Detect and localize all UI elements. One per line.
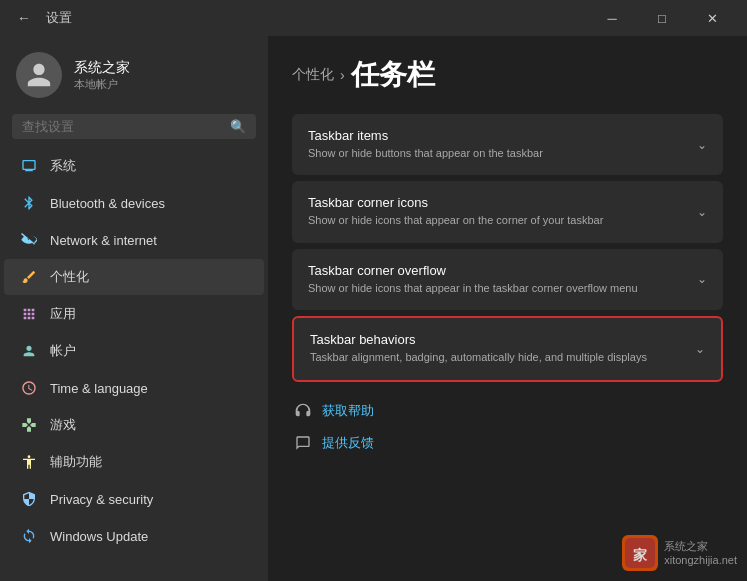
setting-card-title: Taskbar items (308, 128, 543, 143)
watermark-logo: 家 (622, 535, 658, 571)
watermark-text-block: 系统之家 xitongzhijia.net (664, 539, 737, 568)
feedback-icon (294, 434, 312, 452)
setting-card-text: Taskbar items Show or hide buttons that … (308, 128, 543, 161)
settings-list: Taskbar items Show or hide buttons that … (292, 114, 723, 382)
window-controls: ─ □ ✕ (589, 4, 735, 32)
sidebar-label-accessibility: 辅助功能 (50, 453, 102, 471)
chevron-down-icon: ⌄ (697, 205, 707, 219)
gamepad-icon (20, 416, 38, 434)
page-title: 任务栏 (351, 56, 435, 94)
clock-icon (20, 379, 38, 397)
network-icon (20, 231, 38, 249)
user-subtitle: 本地帐户 (74, 77, 130, 92)
sidebar: 系统之家 本地帐户 🔍 系统 Bluetooth & devices (0, 36, 268, 581)
watermark: 家 系统之家 xitongzhijia.net (622, 535, 737, 571)
sidebar-item-network[interactable]: Network & internet (4, 222, 264, 258)
setting-card-desc: Show or hide buttons that appear on the … (308, 146, 543, 161)
titlebar-left: ← 设置 (12, 6, 72, 30)
bluetooth-icon (20, 194, 38, 212)
sidebar-label-accounts: 帐户 (50, 342, 76, 360)
app-layout: 系统之家 本地帐户 🔍 系统 Bluetooth & devices (0, 36, 747, 581)
setting-card-desc: Taskbar alignment, badging, automaticall… (310, 350, 647, 365)
shield-icon (20, 490, 38, 508)
feedback-link[interactable]: 提供反馈 (292, 430, 723, 456)
sidebar-item-time[interactable]: Time & language (4, 370, 264, 406)
sidebar-item-personalize[interactable]: 个性化 (4, 259, 264, 295)
breadcrumb-parent[interactable]: 个性化 (292, 66, 334, 84)
sidebar-label-update: Windows Update (50, 529, 148, 544)
content-area: 个性化 › 任务栏 Taskbar items Show or hide but… (268, 36, 747, 581)
sidebar-label-system: 系统 (50, 157, 76, 175)
watermark-line2: xitongzhijia.net (664, 553, 737, 567)
sidebar-label-privacy: Privacy & security (50, 492, 153, 507)
accessibility-icon (20, 453, 38, 471)
close-button[interactable]: ✕ (689, 4, 735, 32)
breadcrumb-separator: › (340, 67, 345, 83)
feedback-link-label: 提供反馈 (322, 434, 374, 452)
setting-card-title: Taskbar corner overflow (308, 263, 638, 278)
app-title: 设置 (46, 9, 72, 27)
setting-card-desc: Show or hide icons that appear on the co… (308, 213, 603, 228)
sidebar-item-bluetooth[interactable]: Bluetooth & devices (4, 185, 264, 221)
sidebar-label-network: Network & internet (50, 233, 157, 248)
setting-card-text: Taskbar corner overflow Show or hide ico… (308, 263, 638, 296)
search-input[interactable] (22, 119, 222, 134)
sidebar-item-accounts[interactable]: 帐户 (4, 333, 264, 369)
svg-text:家: 家 (633, 547, 648, 563)
setting-card-title: Taskbar behaviors (310, 332, 647, 347)
chevron-down-icon: ⌄ (697, 138, 707, 152)
sidebar-item-gaming[interactable]: 游戏 (4, 407, 264, 443)
sidebar-label-bluetooth: Bluetooth & devices (50, 196, 165, 211)
sidebar-item-accessibility[interactable]: 辅助功能 (4, 444, 264, 480)
person-icon (20, 342, 38, 360)
bottom-links: 获取帮助 提供反馈 (292, 398, 723, 456)
monitor-icon (20, 157, 38, 175)
search-icon: 🔍 (230, 119, 246, 134)
user-icon (25, 61, 53, 89)
sidebar-item-apps[interactable]: 应用 (4, 296, 264, 332)
sidebar-item-privacy[interactable]: Privacy & security (4, 481, 264, 517)
sidebar-label-apps: 应用 (50, 305, 76, 323)
setting-card-title: Taskbar corner icons (308, 195, 603, 210)
paint-icon (20, 268, 38, 286)
setting-card-desc: Show or hide icons that appear in the ta… (308, 281, 638, 296)
apps-icon (20, 305, 38, 323)
watermark-line1: 系统之家 (664, 539, 737, 553)
minimize-button[interactable]: ─ (589, 4, 635, 32)
chevron-down-icon: ⌄ (697, 272, 707, 286)
logo-icon: 家 (625, 538, 655, 568)
breadcrumb: 个性化 › 任务栏 (292, 56, 723, 94)
setting-card-taskbar-corner-overflow[interactable]: Taskbar corner overflow Show or hide ico… (292, 249, 723, 310)
back-button[interactable]: ← (12, 6, 36, 30)
user-profile[interactable]: 系统之家 本地帐户 (0, 36, 268, 110)
nav-items: 系统 Bluetooth & devices Network & interne… (0, 147, 268, 581)
titlebar: ← 设置 ─ □ ✕ (0, 0, 747, 36)
setting-card-taskbar-items[interactable]: Taskbar items Show or hide buttons that … (292, 114, 723, 175)
update-icon (20, 527, 38, 545)
help-link[interactable]: 获取帮助 (292, 398, 723, 424)
chevron-down-icon: ⌄ (695, 342, 705, 356)
headset-icon (294, 402, 312, 420)
sidebar-label-time: Time & language (50, 381, 148, 396)
setting-card-taskbar-corner-icons[interactable]: Taskbar corner icons Show or hide icons … (292, 181, 723, 242)
setting-card-taskbar-behaviors[interactable]: Taskbar behaviors Taskbar alignment, bad… (292, 316, 723, 381)
sidebar-label-personalize: 个性化 (50, 268, 89, 286)
sidebar-item-system[interactable]: 系统 (4, 148, 264, 184)
setting-card-text: Taskbar behaviors Taskbar alignment, bad… (310, 332, 647, 365)
user-info: 系统之家 本地帐户 (74, 59, 130, 92)
search-box[interactable]: 🔍 (12, 114, 256, 139)
help-link-label: 获取帮助 (322, 402, 374, 420)
sidebar-item-update[interactable]: Windows Update (4, 518, 264, 554)
user-name: 系统之家 (74, 59, 130, 77)
sidebar-label-gaming: 游戏 (50, 416, 76, 434)
maximize-button[interactable]: □ (639, 4, 685, 32)
setting-card-text: Taskbar corner icons Show or hide icons … (308, 195, 603, 228)
avatar (16, 52, 62, 98)
